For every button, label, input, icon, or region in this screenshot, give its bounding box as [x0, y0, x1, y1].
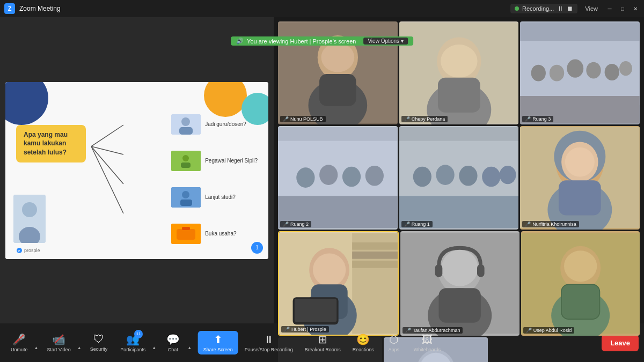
recording-controls[interactable]: ⏸ ⏹ [557, 5, 573, 12]
stop-recording-icon[interactable]: ⏹ [567, 5, 573, 12]
apps-label: Apps [389, 347, 400, 353]
pause-recording-icon[interactable]: ⏸ [557, 5, 564, 12]
chat-icon: 💬 [166, 333, 180, 346]
unmute-button[interactable]: 🎤 Unmute [5, 331, 33, 355]
zoom-icon: Z [4, 3, 15, 14]
svg-point-11 [182, 155, 189, 161]
screenshare-notification: 🔊 You are viewing Hubert | Prosple's scr… [231, 36, 413, 46]
video-cell-taufan[interactable]: 🎤 Taufan Abdurrachman [400, 231, 519, 336]
view-options-button[interactable]: View Options ▾ [363, 38, 408, 45]
svg-point-23 [321, 43, 355, 72]
slide-options: Jadi guru/dosen? Pegawai Negeri Sipil? L… [171, 114, 258, 244]
slide-option-4-image [171, 224, 201, 244]
recording-dot [515, 6, 519, 11]
svg-point-1 [22, 202, 37, 217]
breakout-icon: ⊞ [318, 333, 327, 346]
video-cell-chepy[interactable]: 🎤 Chepy Perdana [399, 21, 519, 124]
pause-stop-label: Pause/Stop Recording [245, 347, 293, 353]
slide-circle-yellow [204, 82, 247, 117]
slide-number: 1 [251, 242, 263, 254]
video-label-usep: 🎤 Usep Abdul Rosid [523, 327, 575, 334]
pause-stop-button[interactable]: ⏸ Pause/Stop Recording [239, 331, 298, 355]
svg-rect-18 [182, 227, 190, 230]
unmute-label: Unmute [11, 347, 28, 353]
slide-question: Apa yang mau kamu lakukan setelah lulus? [16, 125, 86, 162]
video-cell-nurfitria[interactable]: 🎤 Nurfitria Khoirunnisa [520, 126, 640, 229]
video-cell-ruang1[interactable]: 🎤 Ruang 1 [399, 126, 519, 229]
security-button[interactable]: 🛡 Security [85, 331, 113, 354]
svg-rect-72 [295, 299, 336, 322]
svg-rect-84 [561, 284, 600, 319]
unmute-group: 🎤 Unmute ▲ [5, 331, 39, 355]
mic-icon-ruang3: 🎤 [525, 116, 531, 122]
toolbar-right: Leave [602, 335, 639, 351]
main-content: Apa yang mau kamu lakukan setelah lulus? [0, 17, 644, 323]
share-screen-icon: ⬆ [214, 333, 223, 346]
shield-icon: 🛡 [93, 333, 104, 345]
share-screen-button[interactable]: ⬆ Share Screen [198, 331, 238, 355]
participants-button[interactable]: 👥 11 Participants [115, 331, 151, 355]
video-label-ruang2: 🎤 Ruang 2 [280, 221, 311, 227]
svg-point-42 [296, 168, 314, 188]
svg-point-49 [413, 167, 431, 187]
svg-rect-9 [179, 127, 193, 135]
chat-group: 💬 Chat ▲ [159, 331, 193, 355]
video-arrow[interactable]: ▲ [76, 345, 83, 350]
slide-option-4-text: Buka usaha? [205, 231, 236, 237]
slide-option-3-text: Lanjut studi? [205, 194, 236, 200]
mic-muted-icon-usep: 🎤 [526, 328, 532, 333]
svg-text:P: P [18, 249, 20, 253]
window-title: Zoom Meeting [19, 5, 506, 12]
video-row-3: 🎤 Hubert | Prosple [278, 231, 640, 336]
svg-point-33 [531, 65, 546, 82]
breakout-rooms-button[interactable]: ⊞ Breakout Rooms [299, 331, 346, 355]
svg-point-37 [605, 64, 619, 80]
slide-circle-blue [5, 82, 48, 125]
chat-button[interactable]: 💬 Chat [159, 331, 186, 355]
svg-point-59 [565, 147, 595, 177]
chat-arrow[interactable]: ▲ [186, 345, 193, 350]
svg-rect-30 [438, 78, 480, 113]
svg-point-50 [436, 165, 454, 186]
svg-point-14 [182, 191, 189, 198]
maximize-button[interactable]: □ [618, 4, 627, 13]
toolbar-left: 🎤 Unmute ▲ 📹 Start Video ▲ 🛡 Security [5, 331, 193, 355]
view-button[interactable]: View [582, 4, 601, 13]
slide-display: Apa yang mau kamu lakukan setelah lulus? [5, 82, 268, 259]
start-video-group: 📹 Start Video ▲ [41, 331, 82, 355]
svg-point-52 [482, 167, 500, 187]
leave-button[interactable]: Leave [602, 335, 639, 351]
svg-rect-65 [352, 252, 398, 259]
close-button[interactable]: ✕ [631, 4, 640, 13]
screenshare-text: You are viewing Hubert | Prosple's scree… [247, 38, 356, 45]
unmute-arrow[interactable]: ▲ [33, 345, 40, 350]
reactions-icon: 😊 [356, 333, 370, 346]
recording-label: Recording... [522, 5, 554, 12]
whiteboards-button[interactable]: 🖼 Whiteboards [408, 331, 447, 355]
presentation-area: Apa yang mau kamu lakukan setelah lulus? [0, 17, 274, 323]
apps-button[interactable]: ⬡ Apps [380, 331, 407, 355]
svg-rect-64 [352, 242, 398, 250]
minimize-button[interactable]: ─ [605, 4, 614, 13]
start-video-button[interactable]: 📹 Start Video [41, 331, 76, 355]
svg-point-51 [459, 166, 477, 186]
mic-muted-icon-chepy: 🎤 [404, 116, 410, 122]
share-screen-label: Share Screen [203, 347, 233, 353]
chat-label: Chat [168, 347, 178, 353]
svg-point-8 [181, 117, 190, 126]
video-cell-usep[interactable]: 🎤 Usep Abdul Rosid [521, 231, 640, 336]
svg-rect-25 [319, 74, 356, 106]
video-cell-ruang2[interactable]: 🎤 Ruang 2 [278, 126, 398, 229]
video-row-2: 🎤 Ruang 2 [278, 126, 640, 229]
slide-option-3: Lanjut studi? [171, 187, 258, 208]
reactions-button[interactable]: 😊 Reactions [347, 331, 379, 355]
video-cell-ruang3[interactable]: 🎤 Ruang 3 [520, 21, 640, 124]
video-label-ruang3: 🎤 Ruang 3 [522, 116, 553, 122]
svg-rect-79 [439, 288, 481, 323]
slide-content: Apa yang mau kamu lakukan setelah lulus? [5, 82, 268, 259]
slide-logo-text: prosple [24, 248, 40, 253]
svg-point-35 [567, 60, 584, 78]
titlebar: Z Zoom Meeting Recording... ⏸ ⏹ View ─ □… [0, 0, 644, 17]
participants-arrow[interactable]: ▲ [151, 345, 157, 350]
video-cell-hubert[interactable]: 🎤 Hubert | Prosple [278, 231, 399, 336]
